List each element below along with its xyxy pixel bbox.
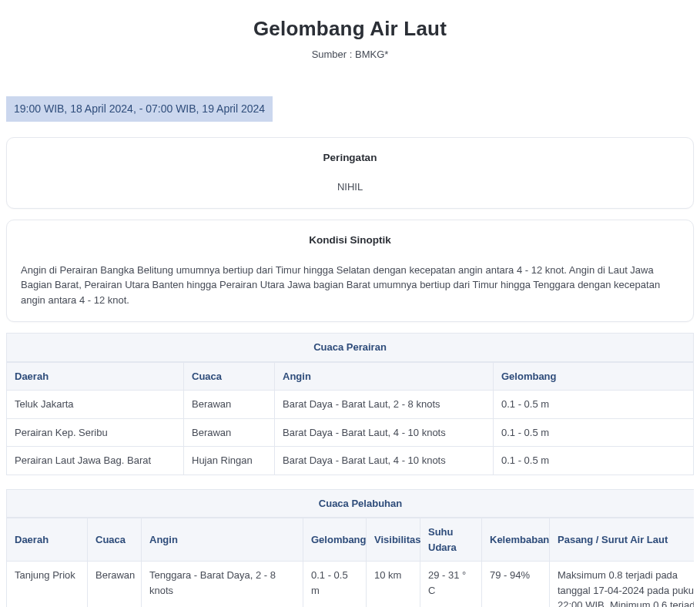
table-row: Perairan Kep. SeribuBerawanBarat Daya - …: [7, 418, 694, 447]
pelabuhan-table-head: DaerahCuacaAnginGelombangVisibilitasSuhu…: [7, 518, 695, 562]
pelabuhan-column-header: Suhu Udara: [420, 518, 482, 562]
perairan-table-body: Teluk JakartaBerawanBarat Daya - Barat L…: [7, 391, 694, 475]
table-row: Teluk JakartaBerawanBarat Daya - Barat L…: [7, 391, 694, 419]
table-cell: Hujan Ringan: [184, 447, 275, 475]
pelabuhan-column-header: Gelombang: [303, 518, 367, 562]
page-title: Gelombang Air Laut: [6, 14, 694, 44]
pelabuhan-column-header: Cuaca: [88, 518, 142, 562]
table-cell: Perairan Laut Jawa Bag. Barat: [7, 447, 184, 475]
table-cell: 29 - 31 ° C: [420, 562, 482, 608]
pelabuhan-table-wrap[interactable]: Cuaca Pelabuhan DaerahCuacaAnginGelomban…: [6, 489, 694, 608]
perairan-table: Cuaca Perairan DaerahCuacaAnginGelombang…: [6, 333, 694, 475]
page-subtitle: Sumber : BMKG*: [6, 47, 694, 62]
table-cell: Barat Daya - Barat Laut, 4 - 10 knots: [275, 447, 494, 475]
perairan-table-wrap[interactable]: Cuaca Perairan DaerahCuacaAnginGelombang…: [6, 333, 694, 475]
table-cell: Berawan: [184, 391, 275, 419]
table-cell: Berawan: [184, 418, 275, 447]
table-cell: Tenggara - Barat Daya, 2 - 8 knots: [142, 562, 303, 608]
warning-card: Peringatan NIHIL: [6, 137, 694, 210]
table-cell: 0.1 - 0.5 m: [494, 391, 694, 419]
pelabuhan-column-header: Visibilitas: [367, 518, 420, 562]
table-cell: 0.1 - 0.5 m: [494, 447, 694, 475]
perairan-column-header: Gelombang: [494, 362, 694, 391]
table-cell: Barat Daya - Barat Laut, 4 - 10 knots: [275, 418, 494, 447]
perairan-column-header: Daerah: [7, 362, 184, 391]
table-cell: Teluk Jakarta: [7, 391, 184, 419]
table-row: Tanjung PriokBerawanTenggara - Barat Day…: [7, 562, 695, 608]
table-cell: Perairan Kep. Seribu: [7, 418, 184, 447]
table-cell: 0.1 - 0.5 m: [303, 562, 367, 608]
table-cell: Maksimum 0.8 terjadi pada tanggal 17-04-…: [550, 562, 695, 608]
perairan-table-head: DaerahCuacaAnginGelombang: [7, 362, 694, 391]
table-cell: Berawan: [88, 562, 142, 608]
synoptic-card: Kondisi Sinoptik Angin di Perairan Bangk…: [6, 220, 694, 322]
pelabuhan-table-title: Cuaca Pelabuhan: [6, 489, 694, 518]
table-cell: 0.1 - 0.5 m: [494, 418, 694, 447]
synoptic-card-body: Angin di Perairan Bangka Belitung umumny…: [21, 263, 679, 308]
perairan-column-header: Angin: [275, 362, 494, 391]
table-row: Perairan Laut Jawa Bag. BaratHujan Ringa…: [7, 447, 694, 475]
perairan-table-title: Cuaca Perairan: [6, 333, 694, 362]
pelabuhan-table: Cuaca Pelabuhan DaerahCuacaAnginGelomban…: [6, 489, 694, 608]
pelabuhan-table-body: Tanjung PriokBerawanTenggara - Barat Day…: [7, 562, 695, 608]
pelabuhan-column-header: Pasang / Surut Air Laut: [550, 518, 695, 562]
pelabuhan-column-header: Kelembaban: [482, 518, 550, 562]
warning-card-title: Peringatan: [21, 150, 679, 166]
perairan-column-header: Cuaca: [184, 362, 275, 391]
table-cell: 79 - 94%: [482, 562, 550, 608]
table-cell: Barat Daya - Barat Laut, 2 - 8 knots: [275, 391, 494, 419]
synoptic-card-title: Kondisi Sinoptik: [21, 233, 679, 248]
pelabuhan-column-header: Angin: [142, 518, 303, 562]
table-cell: Tanjung Priok: [7, 562, 88, 608]
pelabuhan-column-header: Daerah: [7, 518, 88, 562]
table-cell: 10 km: [367, 562, 420, 608]
time-range-chip: 19:00 WIB, 18 April 2024, - 07:00 WIB, 1…: [6, 96, 273, 122]
warning-card-body: NIHIL: [21, 179, 679, 195]
